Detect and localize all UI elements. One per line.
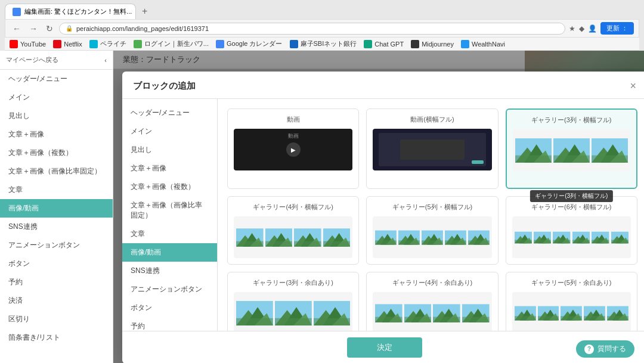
address-text: peraichiapp.com/landing_pages/edit/16193…: [76, 25, 209, 32]
update-button[interactable]: 更新 ：: [600, 22, 634, 35]
nav-actions: ★ ◆ 👤 更新 ：: [569, 22, 634, 35]
sidebar-item-6[interactable]: 文章: [0, 181, 113, 199]
svg-rect-134: [538, 316, 559, 320]
block-card-title-gallery-3-full: ギャラリー(3列・横幅フル): [513, 116, 630, 125]
modal-sidebar-item-10[interactable]: ボタン: [122, 299, 217, 317]
block-card-gallery-6-full[interactable]: ギャラリー(6列・横幅フル): [506, 196, 637, 265]
svg-rect-34: [323, 241, 351, 246]
modal-header: ブロックの追加 ×: [122, 72, 644, 99]
block-card-title-gallery-3-margin: ギャラリー(3列・余白あり): [234, 278, 352, 287]
bookmark-label: YouTube: [20, 41, 46, 48]
block-card-gallery-5-full[interactable]: ギャラリー(5列・横幅フル): [366, 196, 498, 265]
bookmark-item-youtube[interactable]: YouTube: [10, 40, 46, 48]
block-card-title-gallery-5-full: ギャラリー(5列・横幅フル): [373, 203, 491, 212]
login-favicon: [134, 40, 142, 48]
active-tab[interactable]: 編集画面: 驚くほどカンタン！無料... ×: [5, 4, 136, 19]
svg-rect-84: [592, 240, 609, 243]
sidebar-item-7[interactable]: 画像/動画: [0, 199, 113, 218]
bookmark-item-midjourney[interactable]: Midjourney: [411, 40, 454, 48]
svg-rect-39: [375, 240, 397, 244]
modal-sidebar-item-1[interactable]: メイン: [122, 122, 217, 141]
sidebar-item-10[interactable]: ボタン: [0, 255, 113, 273]
sidebar-item-9[interactable]: アニメーションボタン: [0, 236, 113, 255]
block-card-gallery-3-margin[interactable]: ギャラリー(3列・余白あり): [227, 272, 359, 331]
svg-rect-99: [275, 318, 312, 325]
add-block-modal: ブロックの追加 × ヘッダー/メニューメイン見出し文章＋画像文章＋画像（複数）文…: [122, 72, 644, 363]
modal-sidebar-item-7[interactable]: 画像/動画: [122, 243, 217, 262]
bookmark-item-wealthnavi[interactable]: WealthNavi: [461, 40, 505, 48]
sidebar-toggle-icon[interactable]: ‹: [104, 57, 107, 64]
modal-sidebar-item-8[interactable]: SNS連携: [122, 262, 217, 280]
bookmark-item-login[interactable]: ログイン｜新生パワ...: [134, 39, 209, 48]
svg-rect-14: [592, 155, 628, 162]
sidebar-item-8[interactable]: SNS連携: [0, 218, 113, 236]
block-card-gallery-4-margin[interactable]: ギャラリー(4列・余白あり): [366, 272, 498, 331]
midjourney-favicon: [411, 40, 419, 48]
modal-sidebar-item-0[interactable]: ヘッダー/メニュー: [122, 104, 217, 122]
modal-close-button[interactable]: ×: [630, 80, 636, 92]
svg-rect-89: [611, 240, 628, 243]
svg-rect-59: [468, 240, 490, 244]
modal-sidebar-item-9[interactable]: アニメーションボタン: [122, 280, 217, 299]
sidebar-item-14[interactable]: 箇条書き/リスト: [0, 328, 113, 347]
svg-rect-64: [515, 240, 532, 243]
block-card-title-video-full: 動画(横幅フル): [373, 115, 491, 124]
sidebar-item-1[interactable]: メイン: [0, 88, 113, 107]
svg-rect-74: [553, 240, 570, 243]
modal-sidebar-item-11[interactable]: 予約: [122, 317, 217, 331]
modal-sidebar-item-4[interactable]: 文章＋画像（複数）: [122, 178, 217, 196]
modal-sidebar-item-5[interactable]: 文章＋画像（画像比率固定）: [122, 196, 217, 225]
block-card-preview-gallery-4-margin: [373, 292, 491, 331]
refresh-button[interactable]: ↻: [44, 23, 55, 35]
block-card-preview-video-full: [373, 129, 491, 170]
bookmark-item-peraichi[interactable]: ペライチ: [89, 39, 126, 48]
address-bar[interactable]: 🔒 peraichiapp.com/landing_pages/edit/161…: [59, 23, 565, 35]
sbi-favicon: [290, 40, 298, 48]
new-tab-button[interactable]: +: [138, 5, 151, 18]
sidebar-item-3[interactable]: 文章＋画像: [0, 125, 113, 144]
sidebar-item-4[interactable]: 文章＋画像（複数）: [0, 144, 113, 162]
modal-title: ブロックの追加: [133, 80, 196, 92]
extension-btn[interactable]: ◆: [579, 24, 584, 33]
tab-close-btn[interactable]: ×: [135, 8, 136, 15]
block-card-title-video: 動画: [234, 115, 352, 124]
sidebar-item-5[interactable]: 文章＋画像（画像比率固定）: [0, 162, 113, 181]
bookmark-label: ログイン｜新生パワ...: [144, 39, 209, 48]
google-favicon: [216, 40, 224, 48]
sidebar-item-12[interactable]: 決済: [0, 291, 113, 310]
modal-sidebar-item-3[interactable]: 文章＋画像: [122, 159, 217, 178]
modal-footer: 決定: [122, 331, 644, 363]
block-card-video-full[interactable]: 動画(横幅フル): [366, 108, 498, 189]
block-card-preview-gallery-3-margin: [234, 292, 352, 331]
block-card-gallery-5-margin[interactable]: ギャラリー(5列・余白あり): [506, 272, 637, 331]
browser-chrome: 編集画面: 驚くほどカンタン！無料... × + ← → ↻ 🔒 peraich…: [0, 0, 644, 51]
bookmark-item-sbi[interactable]: 麻子SBIネット銀行: [290, 39, 357, 48]
help-icon: ?: [584, 345, 594, 354]
svg-rect-79: [572, 240, 590, 243]
back-label[interactable]: マイページへ戻る: [6, 55, 58, 64]
profile-btn[interactable]: 👤: [588, 24, 597, 33]
peraichi-favicon: [89, 40, 98, 48]
sidebar-item-0[interactable]: ヘッダー/メニュー: [0, 70, 113, 88]
block-card-gallery-4-full[interactable]: ギャラリー(4列・横幅フル): [227, 196, 359, 265]
bookmark-star-btn[interactable]: ★: [569, 24, 575, 33]
sidebar-header: マイページへ戻る ‹: [0, 51, 113, 70]
block-card-video[interactable]: 動画動画 ▶: [227, 108, 359, 189]
svg-rect-139: [561, 316, 582, 320]
youtube-favicon: [10, 40, 18, 48]
back-button[interactable]: ←: [10, 23, 23, 35]
sidebar-item-11[interactable]: 予約: [0, 273, 113, 291]
forward-button[interactable]: →: [27, 23, 40, 35]
modal-sidebar-item-2[interactable]: 見出し: [122, 141, 217, 159]
sidebar-item-2[interactable]: 見出し: [0, 107, 113, 125]
svg-rect-49: [422, 240, 443, 244]
modal-sidebar-item-6[interactable]: 文章: [122, 225, 217, 243]
help-button[interactable]: ? 質問する: [576, 340, 634, 358]
sidebar-item-13[interactable]: 区切り: [0, 310, 113, 328]
bookmark-item-chatgpt[interactable]: Chat GPT: [364, 40, 404, 48]
bookmark-item-netflix[interactable]: Netflix: [53, 40, 82, 48]
lock-icon: 🔒: [66, 25, 73, 32]
bookmark-item-google[interactable]: Google カレンダー: [216, 39, 283, 48]
confirm-button[interactable]: 決定: [347, 337, 422, 358]
block-card-gallery-3-full[interactable]: ギャラリー(3列・横幅フル) ギャラリー(3列・横幅フル): [506, 108, 637, 189]
